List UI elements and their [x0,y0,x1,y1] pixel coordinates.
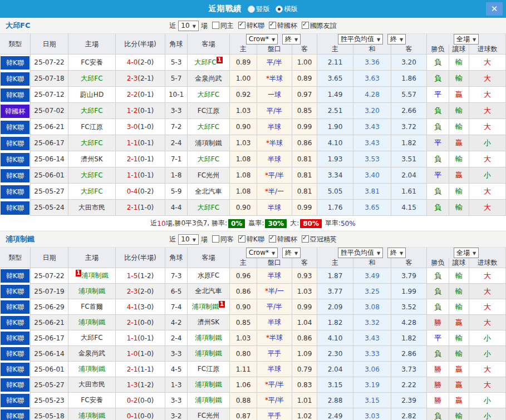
final-odds-select-1[interactable]: 終 [282,248,301,258]
checkbox-icon[interactable] [238,235,245,243]
fulltime-score: 0-1 [127,412,138,420]
filter-checkbox-2[interactable]: 韓國杯 [264,22,297,29]
score-cell: 2-1(1-0) [116,200,165,216]
checkbox-icon[interactable] [269,22,276,29]
avg-home-odds: 1.82 [317,315,353,330]
vertical-layout-label[interactable]: 豎版 [257,4,270,14]
avg-home-odds: 3.77 [317,284,353,299]
final-odds-select-2[interactable]: 終 [387,34,406,45]
fulltime-score: 2-3 [127,75,138,82]
checkbox-icon[interactable] [212,22,219,29]
date-cell: 25-06-17 [31,330,68,346]
avg-draw-odds: 3.36 [353,55,391,71]
result-wdl: 勝 [427,393,449,408]
fulltime-score: 1-1 [127,171,138,179]
team-name: 全北汽車 [195,287,222,295]
team-name: 全北汽車 [195,187,222,195]
final-odds-select-2[interactable]: 終 [387,248,406,258]
handicap-line-cell: 一球 [257,87,292,103]
handicap-line: 半球 [269,139,283,147]
filter-checkbox-0[interactable]: 同客 [208,235,234,243]
match-count-select[interactable]: 10 [178,234,198,245]
type-cell: 韓K聯 [0,55,31,71]
competition-badge: 韓K聯 [1,201,30,215]
date-cell: 25-07-12 [31,87,68,103]
avg-draw-odds: 3.06 [353,362,391,377]
avg-away-odds: 2.04 [391,167,427,184]
handicap-line-cell: *半/一 [257,284,292,299]
result-goals: 大 [469,315,506,330]
fulltime-score: 4-1 [127,303,138,311]
filter-checkbox-3[interactable]: 亞冠精英 [297,235,337,243]
filter-checkbox-1[interactable]: 韓K聯 [234,235,264,243]
horizontal-layout-label[interactable]: 橫版 [284,4,298,14]
team-name: 金泉尚武 [195,75,222,82]
date-cell: 25-06-01 [31,167,68,184]
avg-away-odds: 3.51 [391,151,427,167]
away-team-cell: 大邱FC1 [188,55,230,71]
avg-draw-odds: 3.32 [353,315,391,330]
result-goals: 大 [469,299,506,315]
result-goals: 大 [469,55,506,71]
near-label: 近 [169,21,176,31]
team-name: 大邱FC [81,334,102,342]
checkbox-icon[interactable] [238,22,245,29]
date-cell: 25-06-21 [31,315,68,330]
result-goals: 小 [469,167,506,184]
checkbox-icon[interactable] [269,235,276,243]
avg-home-odds: 2.04 [317,362,353,377]
filter-checkbox-3[interactable]: 國際友誼 [297,22,337,29]
avg-home-odds: 1.49 [317,87,353,103]
col-odds-home: 主 [230,258,257,268]
avg-odds-select[interactable]: 胜平负均值 [338,34,383,45]
avg-odds-select[interactable]: 胜平负均值 [338,248,383,258]
corners-cell: 4-4 [165,200,188,216]
result-wdl: 負 [427,71,449,87]
single-rate-label: 單率: [325,219,341,228]
result-handicap: 贏 [449,362,469,377]
checkbox-icon[interactable] [212,235,219,243]
result-handicap: 輸 [449,71,469,87]
competition-badge: 韓K聯 [1,347,30,360]
result-goals: 小 [469,346,506,362]
result-handicap: 輸 [449,119,469,135]
avg-home-odds: 3.34 [317,167,353,184]
handicap-away-odds: 0.81 [292,151,317,167]
corners-cell: 4-2 [165,315,188,330]
match-row: 韓K聯25-05-27大田市民1-3(1-2)1-3浦項制鐵1.06*平/半0.… [0,377,506,393]
date-cell: 25-05-24 [31,200,68,216]
team-name: 浦項制鐵 [78,287,105,295]
type-cell: 韓K聯 [0,377,31,393]
fullmatch-select[interactable]: 全場 [454,34,479,45]
checkbox-icon[interactable] [302,22,309,29]
team-name: 大邱FC [81,139,102,147]
col-odds-line: 盤口 [257,258,292,268]
checkbox-icon[interactable] [302,235,309,243]
bookmaker-select[interactable]: Crow* [246,248,278,258]
filter-checkbox-2[interactable]: 韓國杯 [264,235,297,243]
filter-checkbox-1[interactable]: 韓K聯 [234,22,264,29]
close-icon[interactable]: ✕ [486,2,503,16]
col-date: 日期 [31,248,68,268]
match-row: 韓K聯25-07-19浦項制鐵2-3(2-0)6-5全北汽車0.86*半/一1.… [0,284,506,299]
col-avg-draw: 和 [353,258,391,268]
home-team-cell: 大邱FC [68,135,116,151]
handicap-away-odds: 0.86 [292,330,317,346]
final-odds-select-1[interactable]: 終 [282,34,301,45]
bookmaker-select[interactable]: Crow* [246,34,278,45]
col-result-handicap: 讓球 [449,45,469,55]
vertical-layout-radio[interactable] [248,6,255,13]
handicap-line-cell: *半/一 [257,184,292,200]
handicap-line-cell: *半球 [257,71,292,87]
filter-checkbox-0[interactable]: 同主 [208,22,234,29]
match-count-select[interactable]: 10 [178,21,198,31]
result-handicap: 贏 [449,315,469,330]
handicap-line: 半球 [268,318,281,326]
away-team-cell: 大邱FC [188,151,230,167]
horizontal-layout-radio[interactable] [276,6,283,13]
fullmatch-select[interactable]: 全場 [454,248,479,258]
halftime-score: (1-1) [137,365,154,373]
corners-cell: 7-2 [165,119,188,135]
avg-draw-odds: 3.33 [353,346,391,362]
handicap-line-cell: 半球 [257,362,292,377]
